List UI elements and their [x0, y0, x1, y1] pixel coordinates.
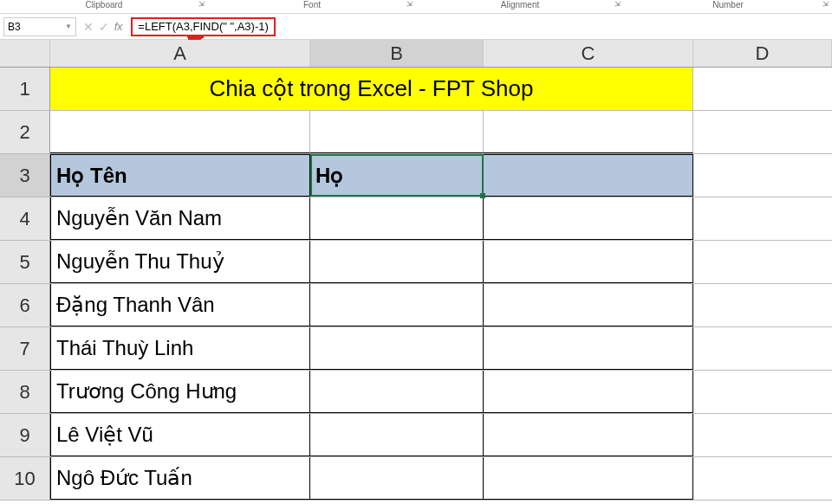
dialog-launcher-icon[interactable]: ⇲	[614, 0, 621, 8]
ribbon-label-number: Number⇲	[624, 0, 832, 13]
formula-input[interactable]: =LEFT(A3,FIND(" ",A3)-1)	[131, 17, 275, 36]
cell-D9[interactable]	[693, 414, 832, 456]
cell-D10[interactable]	[693, 457, 832, 500]
row-4: 4 Nguyễn Văn Nam	[0, 197, 832, 241]
cell-A10[interactable]: Ngô Đức Tuấn	[50, 457, 310, 500]
cell-C6[interactable]	[484, 284, 693, 326]
formula-bar-buttons: ✕ ✓ fx	[83, 20, 122, 34]
cell-B9[interactable]	[310, 414, 484, 456]
ribbon-group-labels: Clipboard⇲ Font⇲ Alignment⇲ Number⇲	[0, 0, 832, 14]
row-header-7[interactable]: 7	[0, 327, 50, 370]
dialog-launcher-icon[interactable]: ⇲	[406, 0, 413, 8]
row-header-2[interactable]: 2	[0, 111, 50, 153]
row-9: 9 Lê Việt Vũ	[0, 414, 832, 457]
cell-A9[interactable]: Lê Việt Vũ	[50, 414, 310, 456]
cell-D2[interactable]	[693, 111, 832, 153]
row-10: 10 Ngô Đức Tuấn	[0, 457, 832, 501]
column-header-D[interactable]: D	[693, 40, 832, 67]
column-header-C[interactable]: C	[484, 40, 693, 67]
cell-D5[interactable]	[693, 241, 832, 283]
formula-bar-row: B3 ▼ ✕ ✓ fx =LEFT(A3,FIND(" ",A3)-1)	[0, 14, 832, 40]
spreadsheet: A B C D 1 Chia cột trong Excel - FPT Sho…	[0, 40, 832, 501]
cell-C2[interactable]	[484, 111, 693, 153]
row-header-1[interactable]: 1	[0, 68, 50, 110]
row-header-10[interactable]: 10	[0, 457, 50, 500]
cell-D7[interactable]	[693, 327, 832, 370]
row-header-5[interactable]: 5	[0, 241, 50, 283]
enter-icon[interactable]: ✓	[99, 20, 109, 34]
cell-B7[interactable]	[310, 327, 484, 370]
text: Font	[303, 0, 321, 10]
select-all-corner[interactable]	[0, 40, 50, 67]
row-header-8[interactable]: 8	[0, 371, 50, 413]
cell-A5[interactable]: Nguyễn Thu Thuỷ	[50, 241, 310, 283]
column-headers: A B C D	[0, 40, 832, 68]
cell-D8[interactable]	[693, 371, 832, 413]
cell-C7[interactable]	[484, 327, 693, 370]
dropdown-icon[interactable]: ▼	[65, 23, 72, 30]
text: Number	[712, 0, 744, 10]
row-7: 7 Thái Thuỳ Linh	[0, 327, 832, 371]
name-box-value: B3	[8, 21, 21, 33]
row-header-4[interactable]: 4	[0, 197, 50, 240]
cell-A3[interactable]: Họ Tên	[50, 154, 310, 197]
text: Alignment	[501, 0, 539, 10]
row-header-3[interactable]: 3	[0, 154, 50, 197]
ribbon-label-clipboard: Clipboard⇲	[0, 0, 208, 13]
column-header-A[interactable]: A	[50, 40, 310, 67]
row-6: 6 Đặng Thanh Vân	[0, 284, 832, 327]
cell-D4[interactable]	[693, 197, 832, 240]
dialog-launcher-icon[interactable]: ⇲	[198, 0, 205, 8]
cell-B6[interactable]	[310, 284, 484, 326]
name-box[interactable]: B3 ▼	[3, 17, 76, 36]
cell-B2[interactable]	[310, 111, 484, 153]
row-2: 2	[0, 111, 832, 154]
cell-D6[interactable]	[693, 284, 832, 326]
row-header-6[interactable]: 6	[0, 284, 50, 326]
cell-B3-active[interactable]: Họ	[310, 154, 484, 197]
fx-icon[interactable]: fx	[114, 21, 122, 33]
row-5: 5 Nguyễn Thu Thuỷ	[0, 241, 832, 284]
cell-A4[interactable]: Nguyễn Văn Nam	[50, 197, 310, 240]
cell-B4[interactable]	[310, 197, 484, 240]
cell-C3[interactable]	[484, 154, 693, 197]
cell-C10[interactable]	[484, 457, 693, 500]
cell-A8[interactable]: Trương Công Hưng	[50, 371, 310, 413]
cell-C9[interactable]	[484, 414, 693, 456]
cell-B8[interactable]	[310, 371, 484, 413]
cell-A2[interactable]	[50, 111, 310, 153]
cell-C4[interactable]	[484, 197, 693, 240]
dialog-launcher-icon[interactable]: ⇲	[822, 0, 829, 8]
cell-A6[interactable]: Đặng Thanh Vân	[50, 284, 310, 326]
formula-text: =LEFT(A3,FIND(" ",A3)-1)	[138, 20, 268, 33]
ribbon-label-font: Font⇲	[208, 0, 416, 13]
cell-B5[interactable]	[310, 241, 484, 283]
cell-D3[interactable]	[693, 154, 832, 197]
cell-B10[interactable]	[310, 457, 484, 500]
ribbon-label-alignment: Alignment⇲	[416, 0, 624, 13]
cell-title-merged[interactable]: Chia cột trong Excel - FPT Shop	[50, 68, 693, 110]
row-1: 1 Chia cột trong Excel - FPT Shop	[0, 68, 832, 111]
cancel-icon[interactable]: ✕	[83, 20, 94, 34]
cell-C8[interactable]	[484, 371, 693, 413]
column-header-B[interactable]: B	[310, 40, 484, 67]
cell-D1[interactable]	[693, 68, 832, 110]
row-3: 3 Họ Tên Họ	[0, 154, 832, 197]
text: Clipboard	[86, 0, 123, 10]
row-8: 8 Trương Công Hưng	[0, 371, 832, 414]
row-header-9[interactable]: 9	[0, 414, 50, 456]
cell-A7[interactable]: Thái Thuỳ Linh	[50, 327, 310, 370]
cell-C5[interactable]	[484, 241, 693, 283]
